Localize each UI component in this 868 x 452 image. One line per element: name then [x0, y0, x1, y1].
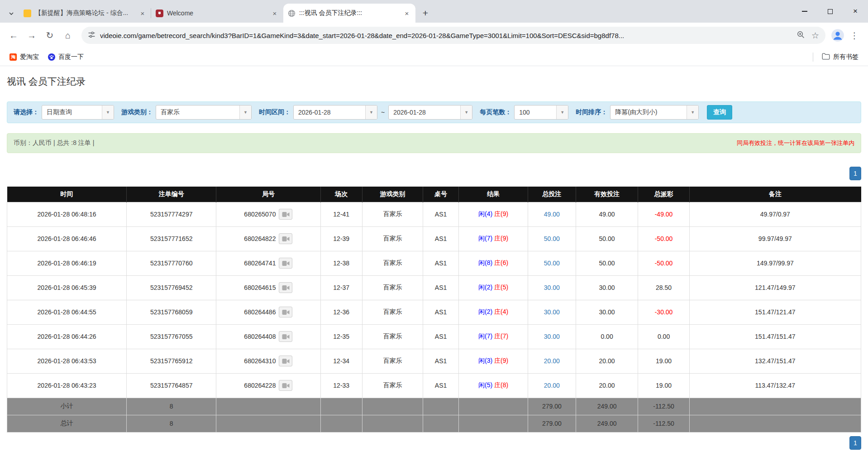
- per-page-select[interactable]: 100 ▼: [514, 105, 568, 120]
- chevron-down-icon[interactable]: ▼: [365, 106, 377, 119]
- video-replay-button[interactable]: [279, 356, 292, 366]
- cell-total-bet: 20.00: [528, 373, 576, 398]
- cell-time: 2026-01-28 06:43:53: [7, 349, 127, 373]
- summary-payout: -112.50: [638, 398, 689, 415]
- maximize-button[interactable]: [817, 0, 843, 23]
- column-header: 有效投注: [576, 187, 638, 202]
- welcome-favicon-icon: [156, 10, 163, 17]
- site-settings-icon[interactable]: [88, 31, 95, 40]
- video-replay-button[interactable]: [279, 209, 292, 220]
- tab-close-icon[interactable]: ×: [271, 9, 279, 17]
- all-bookmarks-label: 所有书签: [833, 53, 858, 61]
- bookmark-baidu[interactable]: 百度一下: [44, 51, 88, 63]
- payout-value: 0.00: [658, 333, 670, 340]
- page-1-button[interactable]: 1: [849, 436, 861, 450]
- sort-order-select[interactable]: 降冪(由大到小) ▼: [610, 105, 699, 120]
- filter-label-per-page: 每页笔数：: [480, 108, 511, 116]
- game-type-select[interactable]: 百家乐 ▼: [156, 105, 252, 120]
- cell-total-bet: 30.00: [528, 300, 576, 324]
- forward-button[interactable]: →: [24, 27, 40, 43]
- cell-time: 2026-01-28 06:44:55: [7, 300, 127, 324]
- table-row: 2026-01-28 06:44:26523157767055680264408…: [7, 324, 861, 349]
- tab-title: 【新提醒】海燕策略论坛 - 综合...: [35, 9, 135, 17]
- chevron-down-icon[interactable]: ▼: [239, 106, 251, 119]
- tab-forum[interactable]: 【新提醒】海燕策略论坛 - 综合... ×: [19, 4, 151, 23]
- cell-session: 12-35: [320, 324, 362, 349]
- summary-count: 8: [127, 415, 216, 432]
- bookmark-taobao[interactable]: 淘 爱淘宝: [5, 51, 43, 63]
- chevron-down-icon[interactable]: ▼: [102, 106, 114, 119]
- date-start-select[interactable]: 2026-01-28 ▼: [293, 105, 377, 120]
- cell-payout: 28.50: [638, 275, 689, 300]
- url-bar[interactable]: videoie.com/game/betrecord_search/kind3?…: [81, 27, 825, 44]
- video-replay-button[interactable]: [279, 282, 292, 293]
- close-window-button[interactable]: ×: [843, 0, 868, 23]
- total-bet-link[interactable]: 49.00: [544, 211, 560, 218]
- valid-bet-notice-text: 同局有效投注，统一计算在该局第一张注单内: [737, 139, 854, 147]
- baidu-icon: [48, 53, 55, 61]
- bookmark-star-icon[interactable]: ☆: [811, 30, 819, 41]
- tab-welcome[interactable]: Welcome ×: [151, 4, 283, 23]
- cell-bet-id: 523157774297: [127, 202, 216, 226]
- cell-payout: -30.00: [638, 300, 689, 324]
- reload-button[interactable]: ↻: [42, 27, 58, 43]
- query-type-select[interactable]: 日期查询 ▼: [42, 105, 114, 120]
- cell-bet-id: 523157770760: [127, 251, 216, 275]
- total-bet-link[interactable]: 50.00: [544, 235, 560, 242]
- total-bet-link[interactable]: 30.00: [544, 308, 560, 316]
- tab-close-icon[interactable]: ×: [138, 9, 147, 17]
- chevron-down-icon[interactable]: ▼: [556, 106, 568, 119]
- cell-game-type: 百家乐: [362, 349, 423, 373]
- video-replay-button[interactable]: [279, 380, 292, 391]
- video-replay-button[interactable]: [279, 307, 292, 317]
- payout-value: -49.00: [655, 211, 673, 218]
- cell-result: 闲(7) 庄(9): [459, 226, 528, 251]
- cell-payout: -50.00: [638, 251, 689, 275]
- cell-table-no: AS1: [423, 300, 458, 324]
- total-bet-link[interactable]: 30.00: [544, 284, 560, 291]
- round-number: 680265070: [244, 211, 276, 218]
- video-replay-button[interactable]: [279, 258, 292, 269]
- chevron-down-icon[interactable]: ▼: [460, 106, 472, 119]
- total-bet-link[interactable]: 50.00: [544, 260, 560, 267]
- date-end-select[interactable]: 2026-01-28 ▼: [388, 105, 472, 120]
- page-1-button[interactable]: 1: [849, 167, 861, 180]
- url-text[interactable]: videoie.com/game/betrecord_search/kind3?…: [100, 32, 792, 39]
- minimize-button[interactable]: [792, 0, 817, 23]
- payout-value: -50.00: [655, 260, 673, 267]
- cell-total-bet: 49.00: [528, 202, 576, 226]
- profile-avatar[interactable]: [831, 29, 844, 42]
- new-tab-button[interactable]: +: [418, 6, 433, 20]
- all-bookmarks-button[interactable]: 所有书签: [818, 51, 863, 63]
- summary-label: 总计: [7, 415, 127, 432]
- tab-search-button[interactable]: [4, 5, 19, 23]
- total-bet-link[interactable]: 20.00: [544, 382, 560, 389]
- total-bet-link[interactable]: 20.00: [544, 357, 560, 365]
- cell-valid-bet: 0.00: [576, 324, 638, 349]
- zoom-icon[interactable]: [796, 30, 805, 41]
- browser-menu-button[interactable]: ⋮: [846, 27, 863, 43]
- cell-result: 闲(7) 庄(7): [459, 324, 528, 349]
- cell-valid-bet: 20.00: [576, 349, 638, 373]
- cell-result: 闲(8) 庄(6): [459, 251, 528, 275]
- table-row: 2026-01-28 06:45:39523157769452680264615…: [7, 275, 861, 300]
- cell-bet-id: 523157769452: [127, 275, 216, 300]
- cell-payout: 19.00: [638, 373, 689, 398]
- video-replay-button[interactable]: [279, 331, 292, 342]
- cell-game-type: 百家乐: [362, 275, 423, 300]
- cell-total-bet: 30.00: [528, 275, 576, 300]
- video-replay-button[interactable]: [279, 233, 292, 244]
- chevron-down-icon[interactable]: ▼: [687, 106, 698, 119]
- cell-session: 12-34: [320, 349, 362, 373]
- total-bet-link[interactable]: 30.00: [544, 333, 560, 340]
- tab-close-icon[interactable]: ×: [403, 9, 411, 17]
- result-banker: 庄(5): [494, 284, 508, 291]
- back-button[interactable]: ←: [5, 27, 22, 43]
- cell-game-type: 百家乐: [362, 300, 423, 324]
- summary-row: 总计8279.00249.00-112.50: [7, 415, 861, 432]
- home-button[interactable]: ⌂: [60, 27, 76, 43]
- result-player: 闲(3): [478, 357, 492, 364]
- tab-bet-record[interactable]: :::视讯 会员下注纪录::: ×: [283, 4, 415, 23]
- search-button[interactable]: 查询: [707, 105, 732, 120]
- chevron-down-icon: [8, 10, 14, 17]
